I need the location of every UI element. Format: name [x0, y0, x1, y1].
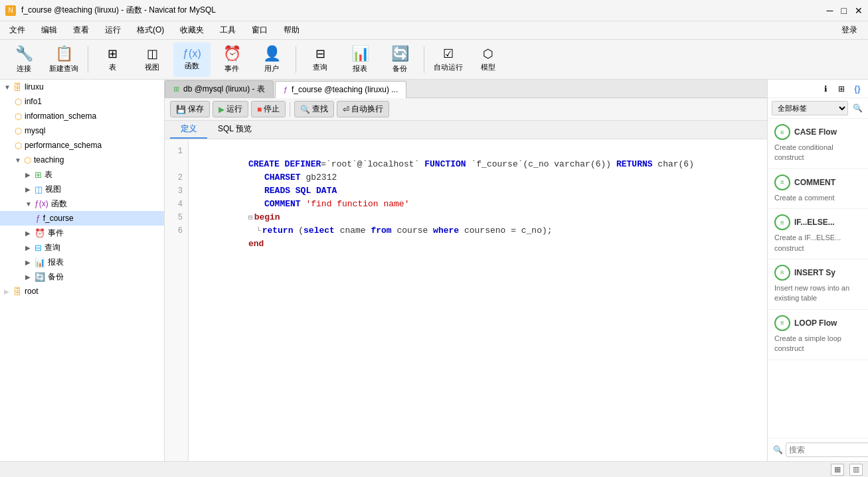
- sub-tab-sql-preview[interactable]: SQL 预览: [207, 121, 262, 139]
- login-button[interactable]: 登录: [833, 22, 865, 38]
- sidebar-label-functions: 函数: [51, 198, 67, 210]
- reports-arrow-icon: ▶: [25, 259, 32, 266]
- menu-edit[interactable]: 编辑: [35, 22, 64, 38]
- events-arrow-icon: ▶: [25, 230, 32, 237]
- snippet-case-flow[interactable]: ≡ CASE Flow Create conditional construct: [768, 119, 868, 169]
- code-line-5: └return (select cname from course where …: [197, 211, 759, 224]
- event-button[interactable]: ⏰ 事件: [213, 42, 250, 77]
- sidebar-item-performance-schema[interactable]: ⬡ performance_schema: [0, 138, 164, 153]
- snippet-insert-sy-title: INSERT Sy: [794, 268, 835, 277]
- sidebar-item-functions[interactable]: ▼ ƒ(x) 函数: [0, 196, 164, 211]
- menu-run[interactable]: 运行: [98, 22, 128, 38]
- menu-favorites[interactable]: 收藏夹: [173, 22, 211, 38]
- snippet-loop-flow-header: ≡ LOOP Flow: [774, 315, 861, 331]
- schema-icon-2: ⬡: [15, 111, 22, 121]
- save-label: 保存: [188, 103, 204, 115]
- backup-button[interactable]: 🔄 备份: [381, 42, 418, 77]
- connect-button[interactable]: 🔧 连接: [5, 42, 43, 77]
- autowrap-button[interactable]: ⏎ 自动换行: [337, 101, 389, 117]
- snippet-if-else[interactable]: ≡ IF...ELSE... Create a IF...ELSE... con…: [768, 209, 868, 259]
- snippet-insert-sy-desc: Insert new rows into an existing table: [774, 283, 861, 304]
- stop-button[interactable]: ■ 停止: [251, 101, 286, 117]
- search-input[interactable]: [786, 443, 868, 457]
- filter-select[interactable]: 全部标签 Flow Data Misc: [772, 101, 848, 115]
- connect-label: 连接: [17, 64, 31, 74]
- minimize-button[interactable]: ─: [827, 5, 833, 16]
- user-button[interactable]: 👤 用户: [253, 42, 290, 77]
- menu-help[interactable]: 帮助: [277, 22, 306, 38]
- sidebar-item-queries[interactable]: ▶ ⊟ 查询: [0, 240, 164, 255]
- arrow-icon: ▼: [4, 84, 11, 91]
- model-label: 模型: [481, 62, 495, 72]
- line-num-6: 6: [165, 224, 188, 238]
- queries-arrow-icon: ▶: [25, 244, 32, 251]
- stop-icon: ■: [257, 105, 262, 114]
- backup-label: 备份: [392, 64, 407, 74]
- window-controls[interactable]: ─ □ ✕: [827, 5, 863, 16]
- sidebar-item-info1[interactable]: ⬡ info1: [0, 94, 164, 109]
- layout-btn-2[interactable]: ▥: [849, 464, 863, 476]
- new-query-button[interactable]: 📋 新建查询: [45, 42, 82, 77]
- menu-view[interactable]: 查看: [66, 22, 96, 38]
- save-button[interactable]: 💾 保存: [170, 101, 210, 117]
- table-icon: ⊞: [108, 46, 118, 61]
- snippet-insert-sy-icon: ≡: [774, 265, 790, 281]
- tab-db[interactable]: ⊞ db @mysql (liruxu) - 表: [165, 80, 274, 98]
- sub-tab-define[interactable]: 定义: [170, 121, 207, 139]
- event-label: 事件: [224, 64, 239, 74]
- sidebar-item-root[interactable]: ▶ 🗄 root: [0, 284, 164, 299]
- menu-tools[interactable]: 工具: [213, 22, 242, 38]
- snippet-loop-flow[interactable]: ≡ LOOP Flow Create a simple loop constru…: [768, 310, 868, 360]
- snippet-insert-sy[interactable]: ≡ INSERT Sy Insert new rows into an exis…: [768, 259, 868, 310]
- autorun-button[interactable]: ☑ 自动运行: [430, 42, 467, 77]
- sidebar-label-liruxu: liruxu: [25, 82, 44, 92]
- sidebar-item-information-schema[interactable]: ⬡ information_schema: [0, 109, 164, 123]
- function-button[interactable]: ƒ(x) 函数: [173, 42, 211, 77]
- snippet-comment-title: COMMENT: [794, 178, 835, 187]
- code-button[interactable]: {}: [851, 82, 864, 96]
- query-button[interactable]: ⊟ 查询: [302, 42, 339, 77]
- sidebar-item-liruxu[interactable]: ▼ 🗄 liruxu: [0, 80, 164, 94]
- table-button[interactable]: ⊞ 表: [94, 42, 131, 77]
- report-button[interactable]: 📊 报表: [341, 42, 379, 77]
- sidebar-label-tables: 表: [44, 169, 52, 180]
- user-icon: 👤: [263, 45, 281, 62]
- code-content[interactable]: CREATE DEFINER=`root`@`localhost` FUNCTI…: [189, 139, 767, 461]
- title-bar-left: N f_course @teaching (liruxu) - 函数 - Nav…: [5, 5, 216, 16]
- sidebar-item-mysql[interactable]: ⬡ mysql: [0, 123, 164, 138]
- menu-file[interactable]: 文件: [3, 22, 32, 38]
- sidebar-label-reports: 报表: [48, 257, 64, 268]
- functions-group-icon: ƒ(x): [35, 199, 48, 208]
- sidebar-item-backups[interactable]: ▶ 🔄 备份: [0, 269, 164, 284]
- tab-func[interactable]: ƒ f_course @teaching (liruxu) ...: [275, 81, 406, 98]
- run-button[interactable]: ▶ 运行: [213, 101, 248, 117]
- maximize-button[interactable]: □: [841, 5, 847, 16]
- sidebar-item-teaching[interactable]: ▼ ⬡ teaching: [0, 153, 164, 167]
- sidebar-label-events: 事件: [48, 228, 64, 239]
- model-button[interactable]: ⬡ 模型: [470, 42, 507, 77]
- menu-window[interactable]: 窗口: [245, 22, 274, 38]
- query-icon: ⊟: [315, 46, 325, 61]
- info-button[interactable]: ℹ: [819, 82, 832, 96]
- find-button[interactable]: 🔍 查找: [294, 101, 334, 117]
- menu-format[interactable]: 格式(O): [130, 22, 171, 38]
- sidebar-item-f-course[interactable]: ƒ f_course: [0, 211, 164, 226]
- sidebar-item-reports[interactable]: ▶ 📊 报表: [0, 255, 164, 269]
- filter-search-icon[interactable]: 🔍: [851, 102, 864, 115]
- code-editor[interactable]: 1 2 3 4 5 6 CREATE DEFINER=`root`@`local…: [165, 139, 767, 461]
- sidebar-item-events[interactable]: ▶ ⏰ 事件: [0, 226, 164, 240]
- snippet-case-flow-header: ≡ CASE Flow: [774, 124, 861, 140]
- autorun-label: 自动运行: [434, 62, 463, 72]
- sidebar-label-information-schema: information_schema: [25, 111, 96, 121]
- sidebar-item-tables[interactable]: ▶ ⊞ 表: [0, 167, 164, 182]
- sidebar-item-views[interactable]: ▶ ◫ 视图: [0, 182, 164, 196]
- grid-button[interactable]: ⊞: [835, 82, 848, 96]
- sidebar-label-f-course: f_course: [43, 214, 74, 223]
- toolbar-divider-1: [88, 46, 88, 73]
- view-button[interactable]: ◫ 视图: [133, 42, 171, 77]
- snippet-comment[interactable]: ≡ COMMENT Create a comment: [768, 169, 868, 209]
- functions-arrow-icon: ▼: [25, 200, 32, 208]
- layout-btn-1[interactable]: ▦: [831, 464, 844, 476]
- find-label: 查找: [312, 103, 328, 115]
- close-button[interactable]: ✕: [855, 5, 863, 16]
